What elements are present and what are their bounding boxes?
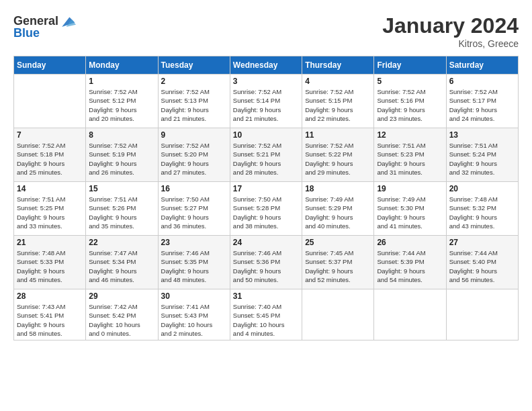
calendar-cell: 18Sunrise: 7:49 AM Sunset: 5:29 PM Dayli… <box>302 182 374 236</box>
calendar-cell: 27Sunrise: 7:44 AM Sunset: 5:40 PM Dayli… <box>446 236 518 289</box>
day-number: 5 <box>377 77 443 86</box>
day-number: 4 <box>305 77 371 86</box>
calendar-cell: 5Sunrise: 7:52 AM Sunset: 5:16 PM Daylig… <box>374 75 446 128</box>
day-info: Sunrise: 7:47 AM Sunset: 5:34 PM Dayligh… <box>89 248 154 284</box>
calendar-cell: 6Sunrise: 7:52 AM Sunset: 5:17 PM Daylig… <box>446 75 518 128</box>
day-number: 8 <box>89 130 154 140</box>
day-number: 28 <box>17 291 83 301</box>
day-info: Sunrise: 7:52 AM Sunset: 5:19 PM Dayligh… <box>89 141 154 177</box>
day-number: 18 <box>305 184 371 193</box>
day-info: Sunrise: 7:46 AM Sunset: 5:35 PM Dayligh… <box>161 248 227 284</box>
calendar-cell: 12Sunrise: 7:51 AM Sunset: 5:23 PM Dayli… <box>374 128 446 182</box>
calendar-cell: 21Sunrise: 7:48 AM Sunset: 5:33 PM Dayli… <box>14 236 86 289</box>
day-info: Sunrise: 7:51 AM Sunset: 5:24 PM Dayligh… <box>449 141 515 177</box>
day-info: Sunrise: 7:48 AM Sunset: 5:33 PM Dayligh… <box>17 248 83 284</box>
day-info: Sunrise: 7:51 AM Sunset: 5:23 PM Dayligh… <box>377 141 443 177</box>
day-info: Sunrise: 7:52 AM Sunset: 5:14 PM Dayligh… <box>233 87 299 123</box>
weekday-header-row: Sunday Monday Tuesday Wednesday Thursday… <box>14 56 519 75</box>
day-number: 25 <box>305 238 371 247</box>
day-number: 26 <box>377 238 443 247</box>
day-number: 11 <box>305 130 371 140</box>
day-info: Sunrise: 7:50 AM Sunset: 5:27 PM Dayligh… <box>161 195 227 230</box>
day-info: Sunrise: 7:51 AM Sunset: 5:26 PM Dayligh… <box>89 195 154 230</box>
calendar-cell <box>302 289 374 340</box>
header-friday: Friday <box>374 56 446 75</box>
day-number: 1 <box>89 77 154 86</box>
day-number: 24 <box>233 238 299 247</box>
day-number: 20 <box>449 184 515 193</box>
day-info: Sunrise: 7:52 AM Sunset: 5:20 PM Dayligh… <box>161 141 227 177</box>
calendar-cell <box>14 75 86 128</box>
calendar-cell: 25Sunrise: 7:45 AM Sunset: 5:37 PM Dayli… <box>302 236 374 289</box>
day-number: 12 <box>377 130 443 140</box>
day-info: Sunrise: 7:42 AM Sunset: 5:42 PM Dayligh… <box>89 302 154 338</box>
location-subtitle: Kitros, Greece <box>382 38 519 49</box>
day-info: Sunrise: 7:49 AM Sunset: 5:29 PM Dayligh… <box>305 195 371 230</box>
calendar-cell: 19Sunrise: 7:49 AM Sunset: 5:30 PM Dayli… <box>374 182 446 236</box>
day-number: 13 <box>449 130 515 140</box>
day-info: Sunrise: 7:48 AM Sunset: 5:32 PM Dayligh… <box>449 195 515 230</box>
day-info: Sunrise: 7:52 AM Sunset: 5:12 PM Dayligh… <box>89 87 154 123</box>
calendar-table: Sunday Monday Tuesday Wednesday Thursday… <box>13 56 519 340</box>
day-number: 22 <box>89 238 154 247</box>
day-info: Sunrise: 7:52 AM Sunset: 5:21 PM Dayligh… <box>233 141 299 177</box>
day-info: Sunrise: 7:52 AM Sunset: 5:13 PM Dayligh… <box>161 87 227 123</box>
calendar-cell: 28Sunrise: 7:43 AM Sunset: 5:41 PM Dayli… <box>14 289 86 340</box>
calendar-cell <box>446 289 518 340</box>
header-sunday: Sunday <box>14 56 86 75</box>
month-year-title: January 2024 <box>382 13 519 38</box>
calendar-cell: 16Sunrise: 7:50 AM Sunset: 5:27 PM Dayli… <box>158 182 230 236</box>
calendar-cell: 1Sunrise: 7:52 AM Sunset: 5:12 PM Daylig… <box>86 75 158 128</box>
day-info: Sunrise: 7:50 AM Sunset: 5:28 PM Dayligh… <box>233 195 299 230</box>
calendar-cell: 3Sunrise: 7:52 AM Sunset: 5:14 PM Daylig… <box>230 75 302 128</box>
day-number: 2 <box>161 77 227 86</box>
day-info: Sunrise: 7:41 AM Sunset: 5:43 PM Dayligh… <box>161 302 227 338</box>
calendar-cell: 24Sunrise: 7:46 AM Sunset: 5:36 PM Dayli… <box>230 236 302 289</box>
logo: General Blue <box>13 13 76 40</box>
calendar-cell: 22Sunrise: 7:47 AM Sunset: 5:34 PM Dayli… <box>86 236 158 289</box>
calendar-cell: 29Sunrise: 7:42 AM Sunset: 5:42 PM Dayli… <box>86 289 158 340</box>
day-number: 10 <box>233 130 299 140</box>
calendar-cell: 13Sunrise: 7:51 AM Sunset: 5:24 PM Dayli… <box>446 128 518 182</box>
day-info: Sunrise: 7:52 AM Sunset: 5:18 PM Dayligh… <box>17 141 83 177</box>
title-block: January 2024 Kitros, Greece <box>382 13 519 49</box>
calendar-cell: 20Sunrise: 7:48 AM Sunset: 5:32 PM Dayli… <box>446 182 518 236</box>
logo-icon <box>60 13 76 30</box>
day-info: Sunrise: 7:52 AM Sunset: 5:17 PM Dayligh… <box>449 87 515 123</box>
day-number: 27 <box>449 238 515 247</box>
header-wednesday: Wednesday <box>230 56 302 75</box>
day-number: 21 <box>17 238 83 247</box>
day-info: Sunrise: 7:44 AM Sunset: 5:39 PM Dayligh… <box>377 248 443 284</box>
day-number: 14 <box>17 184 83 193</box>
day-number: 19 <box>377 184 443 193</box>
calendar-cell: 9Sunrise: 7:52 AM Sunset: 5:20 PM Daylig… <box>158 128 230 182</box>
calendar-cell: 7Sunrise: 7:52 AM Sunset: 5:18 PM Daylig… <box>14 128 86 182</box>
day-number: 3 <box>233 77 299 86</box>
calendar-cell: 30Sunrise: 7:41 AM Sunset: 5:43 PM Dayli… <box>158 289 230 340</box>
header-monday: Monday <box>86 56 158 75</box>
calendar-cell: 15Sunrise: 7:51 AM Sunset: 5:26 PM Dayli… <box>86 182 158 236</box>
calendar-cell: 11Sunrise: 7:52 AM Sunset: 5:22 PM Dayli… <box>302 128 374 182</box>
calendar-cell: 8Sunrise: 7:52 AM Sunset: 5:19 PM Daylig… <box>86 128 158 182</box>
day-number: 17 <box>233 184 299 193</box>
day-info: Sunrise: 7:43 AM Sunset: 5:41 PM Dayligh… <box>17 302 83 338</box>
calendar-cell: 26Sunrise: 7:44 AM Sunset: 5:39 PM Dayli… <box>374 236 446 289</box>
day-info: Sunrise: 7:46 AM Sunset: 5:36 PM Dayligh… <box>233 248 299 284</box>
day-info: Sunrise: 7:52 AM Sunset: 5:22 PM Dayligh… <box>305 141 371 177</box>
header-thursday: Thursday <box>302 56 374 75</box>
calendar-cell: 31Sunrise: 7:40 AM Sunset: 5:45 PM Dayli… <box>230 289 302 340</box>
day-info: Sunrise: 7:51 AM Sunset: 5:25 PM Dayligh… <box>17 195 83 230</box>
logo-text-blue: Blue <box>13 27 40 40</box>
calendar-page: General Blue January 2024 Kitros, Greece… <box>0 0 532 411</box>
day-number: 9 <box>161 130 227 140</box>
day-number: 7 <box>17 130 83 140</box>
calendar-cell: 4Sunrise: 7:52 AM Sunset: 5:15 PM Daylig… <box>302 75 374 128</box>
header-tuesday: Tuesday <box>158 56 230 75</box>
day-info: Sunrise: 7:40 AM Sunset: 5:45 PM Dayligh… <box>233 302 299 338</box>
day-info: Sunrise: 7:45 AM Sunset: 5:37 PM Dayligh… <box>305 248 371 284</box>
day-number: 31 <box>233 291 299 301</box>
calendar-cell <box>374 289 446 340</box>
day-info: Sunrise: 7:52 AM Sunset: 5:15 PM Dayligh… <box>305 87 371 123</box>
page-header: General Blue January 2024 Kitros, Greece <box>13 13 519 49</box>
day-number: 23 <box>161 238 227 247</box>
